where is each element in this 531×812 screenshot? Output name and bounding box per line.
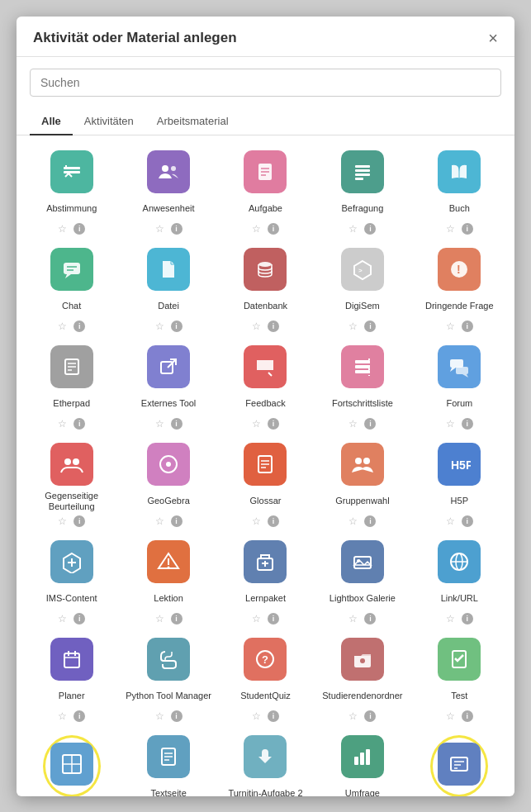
close-button[interactable]: ×: [488, 30, 498, 46]
item-h5p[interactable]: H5P H5P ☆ i: [411, 434, 508, 532]
info-etherpad[interactable]: i: [73, 418, 85, 430]
item-planer[interactable]: Planer ☆ i: [23, 629, 120, 727]
tab-activities[interactable]: Aktivitäten: [73, 108, 145, 135]
star-digisem[interactable]: ☆: [348, 321, 358, 332]
star-geogrebra[interactable]: ☆: [155, 515, 164, 527]
info-lernpaket[interactable]: i: [268, 613, 279, 624]
info-datei[interactable]: i: [171, 321, 183, 332]
star-fortschrittsliste[interactable]: ☆: [348, 418, 358, 430]
item-chat[interactable]: Chat ☆ i: [23, 240, 120, 337]
info-buch[interactable]: i: [462, 223, 473, 235]
star-link-url[interactable]: ☆: [446, 613, 455, 624]
item-geogrebra[interactable]: GeoGebra ☆ i: [120, 434, 216, 532]
item-glossar[interactable]: Glossar ☆ i: [217, 434, 314, 532]
star-studentquiz[interactable]: ☆: [252, 710, 261, 722]
info-studentquiz[interactable]: i: [268, 710, 279, 722]
star-datei[interactable]: ☆: [155, 321, 164, 332]
star-planer[interactable]: ☆: [58, 710, 67, 722]
info-geogrebra[interactable]: i: [171, 515, 183, 527]
item-buch[interactable]: Buch ☆ i: [411, 142, 508, 240]
star-h5p[interactable]: ☆: [446, 515, 455, 527]
info-lightbox-galerie[interactable]: i: [364, 613, 376, 624]
item-python-tool-manager[interactable]: Python Tool Manager ☆ i: [120, 629, 216, 727]
item-universelles-textfeld[interactable]: Universelles Textfeld ☆ i: [411, 727, 508, 796]
star-befragung[interactable]: ☆: [348, 223, 358, 235]
star-lektion[interactable]: ☆: [155, 613, 164, 624]
item-umfrage[interactable]: Umfrage ☆ i: [314, 727, 410, 796]
star-chat[interactable]: ☆: [58, 321, 67, 332]
item-link-url[interactable]: Link/URL ☆ i: [411, 532, 508, 629]
info-dringende-frage[interactable]: i: [462, 321, 473, 332]
info-forum[interactable]: i: [462, 418, 473, 430]
info-datenbank[interactable]: i: [268, 321, 279, 332]
info-fortschrittsliste[interactable]: i: [364, 418, 376, 430]
info-test[interactable]: i: [462, 710, 473, 722]
star-python-tool-manager[interactable]: ☆: [155, 710, 164, 722]
star-ims-content[interactable]: ☆: [58, 613, 67, 624]
info-digisem[interactable]: i: [364, 321, 376, 332]
star-test[interactable]: ☆: [446, 710, 455, 722]
star-externes-tool[interactable]: ☆: [155, 418, 164, 430]
star-abstimmung[interactable]: ☆: [58, 223, 67, 235]
info-feedback[interactable]: i: [268, 418, 279, 430]
item-studierendenordner[interactable]: Studierendenordner ☆ i: [314, 629, 410, 727]
info-lektion[interactable]: i: [171, 613, 183, 624]
item-aufgabe[interactable]: Aufgabe ☆ i: [217, 142, 314, 240]
info-aufgabe[interactable]: i: [268, 223, 279, 235]
item-lightbox-galerie[interactable]: Lightbox Galerie ☆ i: [314, 532, 410, 629]
item-gegenseitige-beurteilung[interactable]: Gegenseitige Beurteilung ☆ i: [23, 434, 120, 532]
item-datenbank[interactable]: Datenbank ☆ i: [217, 240, 314, 337]
info-anwesenheit[interactable]: i: [171, 223, 183, 235]
info-gegenseitige-beurteilung[interactable]: i: [73, 515, 85, 527]
item-dringende-frage[interactable]: ! Dringende Frage ☆ i: [411, 240, 508, 337]
star-feedback[interactable]: ☆: [252, 418, 261, 430]
star-glossar[interactable]: ☆: [252, 515, 261, 527]
info-chat[interactable]: i: [73, 321, 85, 332]
item-externes-tool[interactable]: Externes Tool ☆ i: [120, 337, 216, 434]
star-anwesenheit[interactable]: ☆: [155, 223, 164, 235]
item-digisem[interactable]: > DigiSem ☆ i: [314, 240, 410, 337]
item-feedback[interactable]: Feedback ☆ i: [217, 337, 314, 434]
info-link-url[interactable]: i: [462, 613, 473, 624]
star-datenbank[interactable]: ☆: [252, 321, 261, 332]
item-studentquiz[interactable]: ? StudentQuiz ☆ i: [217, 629, 314, 727]
item-abstimmung[interactable]: Abstimmung ☆ i: [23, 142, 120, 240]
info-planer[interactable]: i: [73, 710, 85, 722]
item-anwesenheit[interactable]: Anwesenheit ☆ i: [120, 142, 216, 240]
item-lektion[interactable]: Lektion ☆ i: [120, 532, 216, 629]
item-fortschrittsliste[interactable]: Fortschrittsliste ☆ i: [314, 337, 410, 434]
info-befragung[interactable]: i: [364, 223, 376, 235]
info-glossar[interactable]: i: [268, 515, 279, 527]
search-input[interactable]: [30, 69, 501, 97]
item-lernpaket[interactable]: Lernpaket ☆ i: [217, 532, 314, 629]
item-text-medienfeld[interactable]: Text- und Medienfeld ☆ i: [23, 727, 120, 796]
item-forum[interactable]: Forum ☆ i: [411, 337, 508, 434]
star-etherpad[interactable]: ☆: [58, 418, 67, 430]
star-buch[interactable]: ☆: [446, 223, 455, 235]
info-python-tool-manager[interactable]: i: [171, 710, 183, 722]
item-datei[interactable]: Datei ☆ i: [120, 240, 216, 337]
star-lernpaket[interactable]: ☆: [252, 613, 261, 624]
item-ims-content[interactable]: IMS-Content ☆ i: [23, 532, 120, 629]
star-gruppenwahl[interactable]: ☆: [348, 515, 358, 527]
item-befragung[interactable]: Befragung ☆ i: [314, 142, 410, 240]
star-lightbox-galerie[interactable]: ☆: [348, 613, 358, 624]
star-forum[interactable]: ☆: [446, 418, 455, 430]
item-etherpad[interactable]: Etherpad ☆ i: [23, 337, 120, 434]
tab-all[interactable]: Alle: [30, 108, 73, 135]
item-test[interactable]: Test ☆ i: [411, 629, 508, 727]
item-turnitin[interactable]: Turnitin-Aufgabe 2 ☆ i: [217, 727, 314, 796]
info-gruppenwahl[interactable]: i: [364, 515, 376, 527]
star-studierendenordner[interactable]: ☆: [348, 710, 358, 722]
info-studierendenordner[interactable]: i: [364, 710, 376, 722]
star-aufgabe[interactable]: ☆: [252, 223, 261, 235]
star-gegenseitige-beurteilung[interactable]: ☆: [58, 515, 67, 527]
info-externes-tool[interactable]: i: [171, 418, 183, 430]
item-gruppenwahl[interactable]: Gruppenwahl ☆ i: [314, 434, 410, 532]
info-abstimmung[interactable]: i: [73, 223, 85, 235]
item-textseite[interactable]: Textseite ☆ i: [120, 727, 216, 796]
tab-material[interactable]: Arbeitsmaterial: [145, 108, 240, 135]
info-ims-content[interactable]: i: [73, 613, 85, 624]
info-h5p[interactable]: i: [462, 515, 473, 527]
star-dringende-frage[interactable]: ☆: [446, 321, 455, 332]
